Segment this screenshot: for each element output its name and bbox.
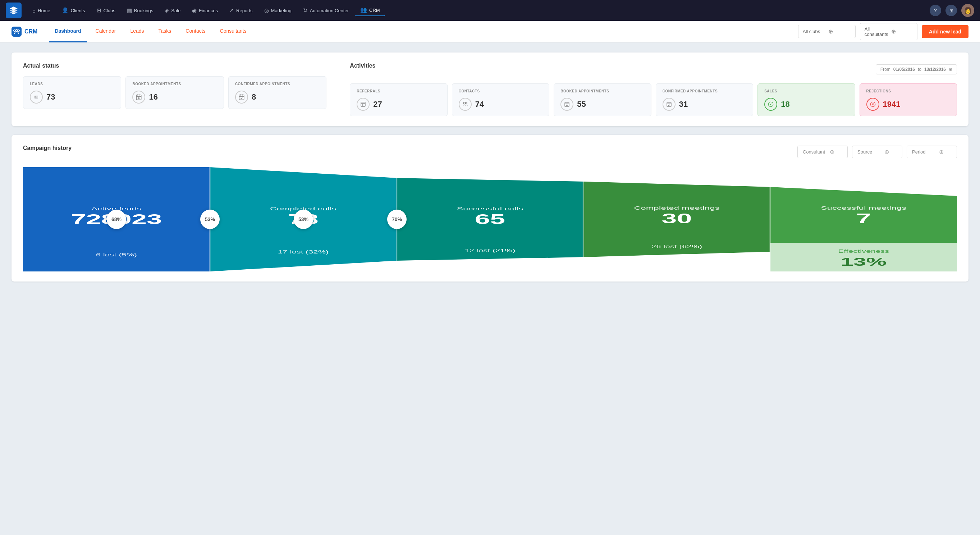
nav-reports[interactable]: ↗ Reports	[224, 5, 258, 16]
svg-point-2	[14, 29, 16, 31]
nav-home[interactable]: ⌂ Home	[27, 5, 56, 16]
nav-bookings[interactable]: ▦ Bookings	[122, 5, 158, 16]
tab-leads[interactable]: Leads	[124, 21, 150, 42]
date-to-label: to	[918, 67, 921, 72]
referrals-value: 27	[373, 100, 382, 109]
card-two-col: Actual status LEADS ✉ 73 BOOKED APPOINTM…	[23, 62, 957, 116]
consultant-filter[interactable]: Consultant ⊕	[797, 146, 848, 158]
date-from-label: From	[880, 67, 891, 72]
clubs-filter[interactable]: All clubs ⊕	[798, 25, 856, 38]
act-confirmed-card: CONFIRMED APPOINTMENTS 31	[656, 83, 753, 116]
clients-icon: 👤	[62, 7, 68, 14]
funnel-lost-1: 6 lost (5%)	[96, 252, 137, 257]
funnel-pct-circle-1: 68%	[107, 210, 126, 229]
sales-value: 18	[781, 100, 789, 109]
svg-point-21	[566, 105, 568, 106]
rejections-value: 1941	[883, 100, 900, 109]
nav-sale[interactable]: ◈ Sale	[160, 5, 186, 16]
activities-title: Activities	[350, 62, 375, 69]
leads-stat-card: LEADS ✉ 73	[23, 76, 121, 109]
rejections-body: 1941	[866, 98, 950, 111]
nav-automation[interactable]: ↻ Automation Center	[298, 5, 354, 16]
funnel-pct-circle-4: 70%	[387, 210, 407, 229]
crm-nav-icon: 👥	[360, 7, 367, 13]
rejections-card: REJECTIONS 1941	[859, 83, 957, 116]
reports-icon: ↗	[229, 7, 234, 14]
period-chevron-icon: ⊕	[939, 148, 944, 155]
campaign-header: Campaign history Consultant ⊕ Source ⊕ P…	[23, 145, 957, 159]
funnel-label-3: Successful calls	[457, 206, 523, 212]
tab-consultants[interactable]: Consultants	[214, 21, 252, 42]
stats-button[interactable]: ⊞	[945, 5, 957, 16]
nav-clients[interactable]: 👤 Clients	[57, 5, 90, 16]
svg-rect-12	[361, 102, 365, 107]
leads-icon: ✉	[30, 91, 43, 103]
sub-navigation: CRM Dashboard Calendar Leads Tasks Conta…	[0, 21, 980, 42]
finances-icon: ◉	[192, 7, 197, 14]
svg-point-16	[466, 102, 467, 104]
referrals-label: REFERRALS	[356, 89, 441, 94]
referrals-card: REFERRALS 27	[350, 83, 447, 116]
rejections-icon	[866, 98, 879, 111]
consultants-filter[interactable]: All consultants ⊕	[860, 23, 918, 40]
activities-section: Activities From 01/05/2016 to 13/12/2016…	[338, 62, 957, 116]
activities-header: Activities From 01/05/2016 to 13/12/2016…	[350, 62, 957, 76]
svg-point-7	[138, 98, 140, 99]
nav-finances[interactable]: ◉ Finances	[187, 5, 223, 16]
funnel-chart: Active leads 728023 6 lost (5%) Complete…	[23, 167, 957, 271]
funnel-value-4: 30	[662, 211, 692, 226]
date-range-filter[interactable]: From 01/05/2016 to 13/12/2016 ⊕	[876, 64, 957, 75]
clubs-icon: ⊞	[97, 7, 101, 14]
date-from-value: 01/05/2016	[893, 67, 915, 72]
period-filter[interactable]: Period ⊕	[907, 146, 957, 158]
confirmed-appt-body: 8	[235, 91, 320, 103]
sub-nav-filters: All clubs ⊕ All consultants ⊕ Add new le…	[798, 23, 969, 40]
referrals-body: 27	[356, 98, 441, 111]
funnel-value-5: 7	[856, 211, 871, 226]
bookings-icon: ▦	[127, 7, 132, 14]
actual-status-section: Actual status LEADS ✉ 73 BOOKED APPOINTM…	[23, 62, 338, 116]
confirmed-appt-value: 8	[251, 92, 256, 102]
booked-appt-body: 16	[132, 91, 217, 103]
app-logo[interactable]	[6, 3, 22, 18]
tab-calendar[interactable]: Calendar	[90, 21, 122, 42]
act-confirmed-value: 31	[679, 100, 688, 109]
tab-tasks[interactable]: Tasks	[153, 21, 177, 42]
source-filter-label: Source	[858, 149, 881, 154]
booked-appt-value: 16	[149, 92, 158, 102]
effectiveness-label: Effectiveness	[838, 249, 889, 253]
booked-appt-label: BOOKED APPOINTMENTS	[132, 81, 217, 86]
referrals-icon	[356, 98, 369, 111]
svg-rect-8	[239, 95, 244, 100]
status-activities-card: Actual status LEADS ✉ 73 BOOKED APPOINTM…	[11, 53, 969, 126]
tab-contacts[interactable]: Contacts	[180, 21, 211, 42]
marketing-icon: ◎	[264, 7, 269, 14]
main-content: Actual status LEADS ✉ 73 BOOKED APPOINTM…	[0, 42, 980, 300]
funnel-lost-3: 12 lost (21%)	[465, 248, 515, 253]
act-booked-icon	[560, 98, 573, 111]
leads-label: LEADS	[30, 81, 115, 86]
home-icon: ⌂	[32, 8, 36, 14]
nav-marketing[interactable]: ◎ Marketing	[259, 5, 297, 16]
sales-icon	[764, 98, 777, 111]
source-filter[interactable]: Source ⊕	[852, 146, 902, 158]
add-lead-button[interactable]: Add new lead	[922, 25, 969, 38]
nav-crm[interactable]: 👥 CRM	[355, 5, 385, 16]
svg-rect-17	[565, 102, 569, 107]
crm-label: CRM	[24, 29, 37, 35]
nav-clubs[interactable]: ⊞ Clubs	[92, 5, 121, 16]
sales-body: 18	[764, 98, 848, 111]
help-button[interactable]: ?	[930, 5, 941, 16]
tab-dashboard[interactable]: Dashboard	[49, 21, 87, 42]
funnel-label-5: Successful meetings	[821, 205, 906, 211]
svg-point-15	[463, 102, 465, 104]
user-avatar[interactable]: 👩	[961, 4, 974, 17]
contacts-card: CONTACTS 74	[452, 83, 549, 116]
svg-rect-22	[667, 102, 671, 107]
contacts-label: CONTACTS	[459, 89, 542, 94]
top-navigation: ⌂ Home 👤 Clients ⊞ Clubs ▦ Bookings ◈ Sa…	[0, 0, 980, 21]
svg-point-1	[18, 29, 20, 31]
contacts-body: 74	[459, 98, 542, 111]
act-booked-value: 55	[577, 100, 585, 109]
sale-icon: ◈	[165, 7, 169, 14]
